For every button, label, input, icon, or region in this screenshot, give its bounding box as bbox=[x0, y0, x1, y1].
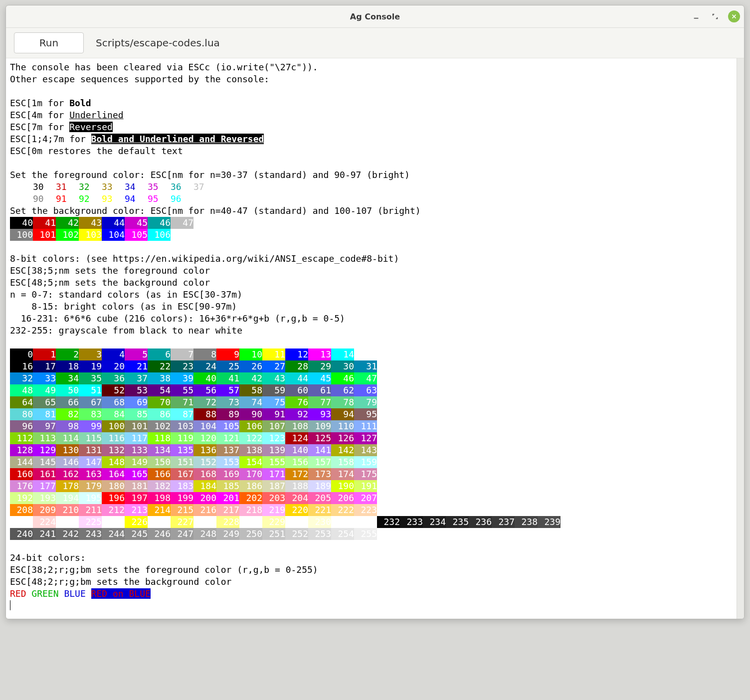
bg-swatch: 105 bbox=[125, 229, 148, 241]
color-cell: 219 bbox=[262, 504, 285, 516]
color-cell: 199 bbox=[171, 492, 193, 504]
color-cell: 209 bbox=[33, 504, 56, 516]
console-output[interactable]: The console has been cleared via ESCc (i… bbox=[6, 58, 737, 619]
color-cell: 103 bbox=[171, 420, 193, 432]
color-cell: 72 bbox=[193, 396, 216, 408]
color-cell: 203 bbox=[262, 492, 285, 504]
color-cell: 82 bbox=[56, 408, 79, 420]
color-cell: 124 bbox=[285, 432, 308, 444]
color-cell: 98 bbox=[56, 420, 79, 432]
color-cell: 48 bbox=[10, 384, 33, 396]
color-cell: 147 bbox=[79, 456, 102, 468]
toolbar: Run Scripts/escape-codes.lua bbox=[6, 28, 744, 58]
color-cell: 20 bbox=[102, 360, 125, 372]
bg-swatch: 107 bbox=[171, 229, 193, 241]
color-cell: 0 bbox=[10, 349, 33, 360]
color-cell: 185 bbox=[216, 480, 239, 492]
color-grid-row: 9697989910010110210310410510610710810911… bbox=[10, 420, 733, 432]
color-cell: 121 bbox=[216, 432, 239, 444]
bg-swatch: 47 bbox=[171, 217, 193, 229]
color-cell: 226 bbox=[125, 516, 148, 528]
color-cell: 75 bbox=[262, 396, 285, 408]
color-cell: 227 bbox=[171, 516, 193, 528]
color-cell: 142 bbox=[331, 444, 354, 456]
color-grid-row: 0123456789101112131415 bbox=[10, 349, 733, 360]
color-cell: 96 bbox=[10, 420, 33, 432]
color-cell: 117 bbox=[125, 432, 148, 444]
color-cell: 97 bbox=[33, 420, 56, 432]
bg-swatch: 106 bbox=[148, 229, 171, 241]
color-cell: 71 bbox=[171, 396, 193, 408]
sample-rgb-green: GREEN bbox=[31, 588, 58, 599]
color-cell: 27 bbox=[262, 360, 285, 372]
color-cell: 18 bbox=[56, 360, 79, 372]
color-cell: 66 bbox=[56, 396, 79, 408]
color-cell: 127 bbox=[354, 432, 377, 444]
color-grid-row: 1121131141151161171181191201211221231241… bbox=[10, 432, 733, 444]
color-cell: 168 bbox=[193, 468, 216, 480]
color-cell: 125 bbox=[308, 432, 331, 444]
color-cell: 235 bbox=[446, 516, 469, 528]
color-cell: 122 bbox=[239, 432, 262, 444]
color-cell: 149 bbox=[125, 456, 148, 468]
minimize-icon[interactable] bbox=[690, 10, 702, 22]
color-cell: 61 bbox=[308, 384, 331, 396]
color-cell: 107 bbox=[262, 420, 285, 432]
color-cell: 148 bbox=[102, 456, 125, 468]
color-cell: 62 bbox=[331, 384, 354, 396]
scrollbar[interactable] bbox=[737, 58, 744, 619]
color-cell: 194 bbox=[56, 492, 79, 504]
color-cell: 31 bbox=[354, 360, 377, 372]
color-grid-row: 2402412422432442452462472482492502512522… bbox=[10, 528, 733, 540]
color-cell: 200 bbox=[193, 492, 216, 504]
color-cell: 130 bbox=[56, 444, 79, 456]
color-cell: 53 bbox=[125, 384, 148, 396]
close-icon[interactable] bbox=[728, 10, 740, 22]
color-cell: 215 bbox=[171, 504, 193, 516]
bg-swatch: 101 bbox=[33, 229, 56, 241]
text-cursor bbox=[10, 600, 10, 610]
bg-swatch-row: 100101102103104105106107 bbox=[10, 229, 733, 241]
color-cell: 11 bbox=[262, 349, 285, 360]
color-cell: 47 bbox=[354, 372, 377, 384]
color-cell: 202 bbox=[239, 492, 262, 504]
color-cell: 251 bbox=[262, 528, 285, 540]
color-cell: 64 bbox=[10, 396, 33, 408]
color-cell-blank bbox=[10, 516, 33, 528]
color-cell: 36 bbox=[102, 372, 125, 384]
color-cell: 105 bbox=[216, 420, 239, 432]
color-cell: 176 bbox=[10, 480, 33, 492]
color-cell: 249 bbox=[216, 528, 239, 540]
color-cell: 236 bbox=[469, 516, 492, 528]
color-cell: 223 bbox=[354, 504, 377, 516]
color-cell: 150 bbox=[148, 456, 171, 468]
color-cell: 151 bbox=[171, 456, 193, 468]
color-cell: 212 bbox=[102, 504, 125, 516]
color-cell: 228 bbox=[216, 516, 239, 528]
sample-rgb-red: RED bbox=[10, 588, 26, 599]
color-cell: 88 bbox=[193, 408, 216, 420]
color-cell: 70 bbox=[148, 396, 171, 408]
color-cell: 230 bbox=[308, 516, 331, 528]
color-cell: 187 bbox=[262, 480, 285, 492]
maximize-icon[interactable] bbox=[709, 10, 721, 22]
color-cell: 81 bbox=[33, 408, 56, 420]
color-cell: 23 bbox=[171, 360, 193, 372]
color-cell: 129 bbox=[33, 444, 56, 456]
color-cell: 155 bbox=[262, 456, 285, 468]
color-cell: 211 bbox=[79, 504, 102, 516]
color-cell: 30 bbox=[331, 360, 354, 372]
fg-swatch: 32 bbox=[67, 181, 90, 193]
fg-swatch: 91 bbox=[44, 193, 67, 205]
color-cell: 246 bbox=[148, 528, 171, 540]
color-cell: 174 bbox=[331, 468, 354, 480]
run-button[interactable]: Run bbox=[14, 32, 84, 53]
color-cell: 167 bbox=[171, 468, 193, 480]
color-cell: 83 bbox=[79, 408, 102, 420]
fg-swatch: 93 bbox=[90, 193, 113, 205]
color-cell: 3 bbox=[79, 349, 102, 360]
fg-swatch: 30 bbox=[21, 181, 44, 193]
color-cell: 210 bbox=[56, 504, 79, 516]
color-cell: 41 bbox=[216, 372, 239, 384]
color-cell: 17 bbox=[33, 360, 56, 372]
